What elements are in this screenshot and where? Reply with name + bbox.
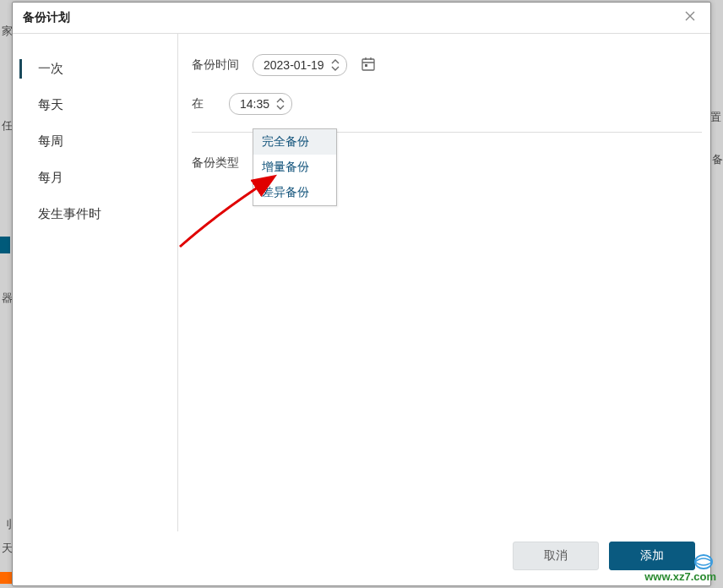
at-label: 在: [192, 96, 222, 112]
dropdown-option-full[interactable]: 完全备份: [253, 129, 336, 155]
chevron-down-icon: [276, 104, 285, 110]
sidebar: 一次 每天 每周 每月 发生事件时: [13, 34, 178, 531]
chevron-up-icon: [276, 98, 285, 104]
backup-date-input[interactable]: 2023-01-19: [253, 54, 347, 76]
sidebar-item-once[interactable]: 一次: [13, 51, 177, 87]
dialog-body: 一次 每天 每周 每月 发生事件时 备份时间 2023-01-19: [13, 34, 710, 531]
calendar-button[interactable]: [361, 57, 376, 74]
dropdown-option-incremental[interactable]: 增量备份: [253, 155, 336, 180]
backup-time-input[interactable]: 14:35: [229, 93, 292, 115]
bg-stripe: [0, 237, 10, 253]
chevron-down-icon: [331, 65, 340, 71]
date-spinner-arrows[interactable]: [331, 59, 343, 71]
backup-at-row: 在 14:35: [192, 93, 702, 115]
sidebar-item-on-event[interactable]: 发生事件时: [13, 196, 177, 232]
dropdown-option-differential[interactable]: 差异备份: [253, 180, 336, 205]
dialog-footer: 取消 添加: [13, 531, 710, 585]
backup-time-value: 14:35: [240, 97, 276, 111]
dialog-title: 备份计划: [23, 10, 70, 25]
sidebar-item-weekly[interactable]: 每周: [13, 123, 177, 160]
backup-type-label: 备份类型: [192, 155, 253, 171]
chevron-up-icon: [331, 59, 340, 65]
time-spinner-arrows[interactable]: [276, 98, 288, 110]
dialog-header: 备份计划: [13, 3, 710, 34]
backup-time-row: 备份时间 2023-01-19: [192, 54, 702, 76]
close-button[interactable]: [682, 9, 699, 26]
svg-rect-0: [362, 59, 374, 70]
backup-date-value: 2023-01-19: [264, 58, 331, 72]
backup-time-label: 备份时间: [192, 57, 253, 73]
bg-char: 置: [710, 110, 721, 125]
sidebar-item-daily[interactable]: 每天: [13, 87, 177, 123]
svg-rect-1: [365, 64, 367, 67]
backup-plan-dialog: 备份计划 一次 每天 每周 每月 发生事件时 备份时间 2023-01-19: [12, 2, 711, 586]
add-button[interactable]: 添加: [609, 542, 695, 570]
backup-type-dropdown: 完全备份 增量备份 差异备份: [253, 128, 337, 206]
content-panel: 备份时间 2023-01-19 在 14:35: [178, 34, 710, 531]
close-icon: [684, 10, 696, 22]
cancel-button[interactable]: 取消: [513, 542, 599, 570]
sidebar-item-monthly[interactable]: 每月: [13, 160, 177, 196]
calendar-icon: [361, 57, 376, 72]
